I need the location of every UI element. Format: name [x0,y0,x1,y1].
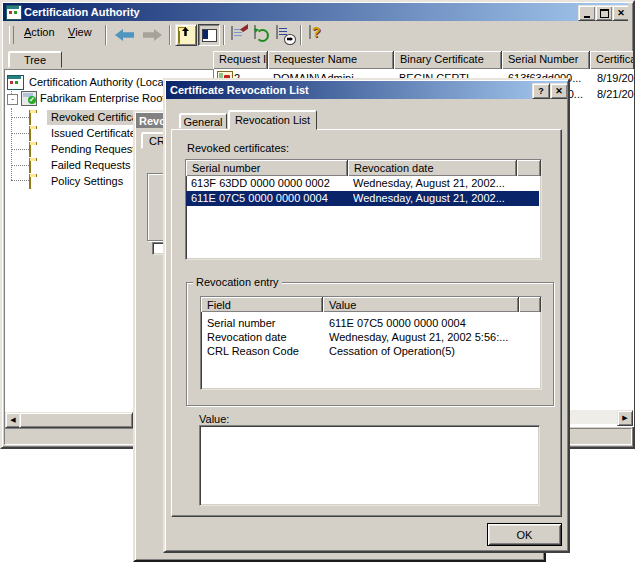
ca-root-icon [7,75,24,90]
column-effective-date[interactable]: Certificate Effective Date [590,51,633,69]
up-one-level-icon[interactable] [175,24,197,46]
tree-tab[interactable]: Tree [8,51,62,68]
minimize-button[interactable] [578,5,596,21]
tab-general[interactable]: General [179,113,227,129]
export-list-icon[interactable] [275,25,295,44]
revoked-certificates-list[interactable]: Serial number Revocation date 613F 63DD … [185,159,542,260]
column-serial-number[interactable]: Serial Number [502,51,590,69]
toolbar-grip[interactable] [9,26,14,44]
tab-revocation-list-label: Revocation List [235,114,310,126]
maximize-button[interactable] [595,5,613,21]
cell-serial: 611E 07C5 0000 0000 0004 [191,192,346,204]
issued-certificates-label: Issued Certificates [51,127,141,139]
desktop: Certification Authority ✕ Action View [0,0,636,567]
toolbar-separator3 [223,25,225,45]
app-icon-dot-red [9,11,12,14]
column-request-id[interactable]: Request ID [213,51,268,69]
tree-toggle-window [202,29,217,42]
revocation-entry-table[interactable]: Field Value Serial number 611E 07C5 0000… [200,296,542,390]
app-icon-dot-green [14,11,17,14]
list-header-row: Request ID Requester Name Binary Certifi… [213,51,633,69]
dialog-help-button[interactable]: ? [532,83,550,99]
revocation-list-tab-page: Revoked certificates: Serial number Revo… [171,129,562,517]
pending-requests-label: Pending Requests [51,143,141,155]
entry-header: Field Value [201,297,542,312]
forward-icon [143,29,162,41]
cell-effective-date: 8/21/2002 [597,88,634,100]
tab-general-label: General [183,116,222,128]
cell-field: Revocation date [207,331,319,343]
folder-icon [29,160,31,173]
value-box[interactable] [199,425,540,506]
help-icon[interactable]: ? [307,25,327,44]
column-value[interactable]: Value [323,297,519,312]
app-icon-bar [7,6,19,9]
column-blank[interactable] [519,297,541,312]
tab-revocation-list[interactable]: Revocation List [228,110,317,130]
entry-row[interactable]: Serial number 611E 07C5 0000 0000 0004 [201,317,539,330]
main-title-bar[interactable]: Certification Authority ✕ [3,3,628,21]
properties-icon[interactable] [230,25,250,44]
column-blank[interactable] [517,160,541,176]
folder-icon [29,144,31,157]
tree-tab-label: Tree [24,54,46,66]
scroll-right-icon[interactable]: ▶ [617,410,633,426]
refresh-icon[interactable] [252,25,272,44]
cell-revocation-date: Wednesday, August 21, 2002... [353,192,535,204]
minimize-icon [584,16,590,18]
cell-field: Serial number [207,317,319,329]
entry-row[interactable]: CRL Reason Code Cessation of Operation(5… [201,345,539,358]
column-binary-certificate[interactable]: Binary Certificate [394,51,502,69]
toolbar: Action View [3,22,628,48]
revoked-list-header: Serial number Revocation date [186,160,542,176]
failed-requests-label: Failed Requests [51,159,131,171]
cell-value: Wednesday, August 21, 2002 5:56:... [329,331,535,343]
refresh-arrows [256,29,269,42]
column-requester-name[interactable]: Requester Name [268,51,394,69]
tree-toggle-pane [203,30,208,39]
ca-server-icon: ✓ [21,91,37,106]
open-folder-icon [29,112,31,125]
column-field[interactable]: Field [201,297,323,312]
cell-field: CRL Reason Code [207,345,319,357]
up-folder-shape [178,30,180,44]
value-label: Value: [199,413,229,425]
cell-value: Cessation of Operation(5) [329,345,535,357]
toolbar-separator [105,25,107,45]
collapse-expander-icon[interactable]: - [7,94,18,105]
properties-hand [240,24,248,32]
maximize-icon [600,9,609,18]
ok-button[interactable]: OK [487,523,562,546]
revocation-entry-label: Revocation entry [193,276,282,288]
column-serial-number[interactable]: Serial number [186,160,348,176]
dialog-close-button[interactable]: ✕ [550,83,567,99]
close-button[interactable]: ✕ [612,5,628,21]
crl-dialog: Certificate Revocation List ? ✕ General … [163,78,570,553]
toolbar-separator2 [169,25,171,45]
show-hide-tree-icon[interactable] [198,24,220,46]
crl-dialog-title-bar[interactable]: Certificate Revocation List ? ✕ [166,81,567,99]
app-icon [6,5,22,20]
folder-icon [29,128,31,141]
revoked-certificates-label: Revoked certificates: [187,142,289,154]
revocation-entry-groupbox: Revocation entry Field Value Serial numb… [186,282,554,406]
main-window-title: Certification Authority [24,6,140,18]
revoked-row-1[interactable]: 613F 63DD 0000 0000 0002 Wednesday, Augu… [186,177,539,191]
cell-revocation-date: Wednesday, August 21, 2002... [353,177,535,189]
scroll-thumb[interactable] [19,412,133,428]
menu-action[interactable]: Action [15,23,64,41]
toolbar-separator4 [300,25,302,45]
back-icon[interactable] [115,29,134,41]
policy-settings-label: Policy Settings [51,175,123,187]
cell-value: 611E 07C5 0000 0000 0004 [329,317,535,329]
revoked-row-2-selected[interactable]: 611E 07C5 0000 0000 0004 Wednesday, Augu… [186,191,539,206]
cell-effective-date: 8/19/2002 [597,72,634,84]
entry-row[interactable]: Revocation date Wednesday, August 21, 20… [201,331,539,344]
folder-icon [29,176,31,189]
cell-serial: 613F 63DD 0000 0000 0002 [191,177,346,189]
ca-root-label: Certification Authority (Local) [29,76,170,88]
menu-view[interactable]: View [59,23,101,41]
help-question: ? [312,24,321,40]
column-revocation-date[interactable]: Revocation date [348,160,517,176]
crl-dialog-title: Certificate Revocation List [170,84,309,96]
